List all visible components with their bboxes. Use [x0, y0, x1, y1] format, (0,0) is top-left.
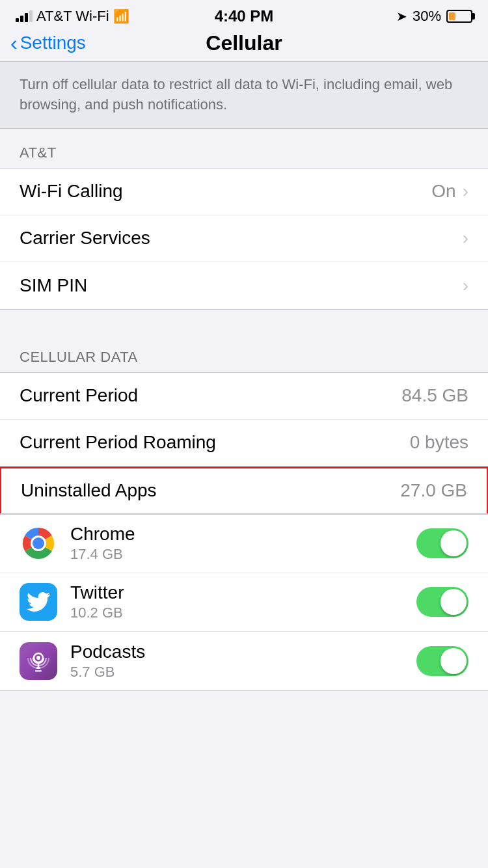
battery-percent: 30%: [413, 8, 441, 25]
wifi-calling-chevron-icon: ›: [463, 181, 468, 202]
twitter-toggle-knob: [441, 589, 467, 615]
wifi-icon: 📶: [113, 8, 129, 24]
status-time: 4:40 PM: [215, 7, 274, 25]
twitter-app-size: 10.2 GB: [70, 604, 403, 621]
chrome-app-name: Chrome: [70, 524, 403, 545]
twitter-app-info: Twitter 10.2 GB: [70, 582, 403, 621]
twitter-app-name: Twitter: [70, 582, 403, 603]
sim-pin-label: SIM PIN: [20, 275, 87, 296]
back-button[interactable]: ‹ Settings: [10, 33, 86, 53]
signal-bars: [16, 10, 33, 22]
carrier-services-label: Carrier Services: [20, 228, 150, 249]
current-period-roaming-label: Current Period Roaming: [20, 432, 216, 453]
cellular-data-group: Current Period 84.5 GB Current Period Ro…: [0, 372, 488, 514]
signal-bar-3: [25, 13, 28, 22]
signal-bar-4: [29, 10, 33, 22]
twitter-app-row[interactable]: Twitter 10.2 GB: [0, 573, 488, 632]
carrier-services-value-group: ›: [463, 228, 468, 249]
chrome-icon: [20, 524, 57, 562]
svg-point-4: [33, 537, 44, 549]
nav-bar: ‹ Settings Cellular: [0, 29, 488, 62]
wifi-calling-row[interactable]: Wi-Fi Calling On ›: [0, 169, 488, 215]
current-period-roaming-value: 0 bytes: [410, 432, 468, 453]
att-section-header: AT&T: [0, 129, 488, 168]
uninstalled-apps-value: 27.0 GB: [400, 480, 467, 501]
page-title: Cellular: [206, 31, 282, 55]
sim-pin-value-group: ›: [463, 275, 468, 296]
apps-group: Chrome 17.4 GB Twitter 10.2 GB: [0, 514, 488, 691]
signal-bar-1: [16, 18, 19, 22]
podcasts-toggle-knob: [441, 648, 467, 674]
svg-rect-9: [35, 670, 42, 672]
uninstalled-apps-row: Uninstalled Apps 27.0 GB: [0, 467, 488, 513]
current-period-label: Current Period: [20, 385, 138, 406]
back-chevron-icon: ‹: [10, 33, 18, 53]
battery-fill: [449, 12, 455, 20]
podcasts-app-size: 5.7 GB: [70, 664, 403, 681]
podcasts-app-info: Podcasts 5.7 GB: [70, 642, 403, 681]
status-left: AT&T Wi-Fi 📶: [16, 8, 129, 25]
wifi-calling-value: On: [431, 181, 455, 202]
location-icon: ➤: [396, 8, 407, 24]
att-settings-group: Wi-Fi Calling On › Carrier Services › SI…: [0, 168, 488, 310]
carrier-services-row[interactable]: Carrier Services ›: [0, 215, 488, 262]
info-banner: Turn off cellular data to restrict all d…: [0, 62, 488, 129]
current-period-roaming-value-group: 0 bytes: [410, 432, 468, 453]
current-period-roaming-row: Current Period Roaming 0 bytes: [0, 420, 488, 467]
cellular-data-section-header: CELLULAR DATA: [0, 333, 488, 372]
podcasts-app-name: Podcasts: [70, 642, 403, 662]
uninstalled-apps-label: Uninstalled Apps: [21, 480, 157, 501]
current-period-value-group: 84.5 GB: [401, 385, 468, 406]
twitter-toggle[interactable]: [416, 587, 468, 617]
status-right: ➤ 30%: [396, 8, 472, 25]
chrome-toggle[interactable]: [416, 528, 468, 558]
separator-1: [0, 310, 488, 333]
chrome-app-info: Chrome 17.4 GB: [70, 524, 403, 563]
battery-icon: [446, 10, 472, 23]
sim-pin-row[interactable]: SIM PIN ›: [0, 262, 488, 309]
signal-bar-2: [20, 16, 23, 22]
uninstalled-apps-value-group: 27.0 GB: [400, 480, 467, 501]
sim-pin-chevron-icon: ›: [463, 275, 468, 296]
chrome-toggle-knob: [441, 530, 467, 556]
podcasts-toggle[interactable]: [416, 646, 468, 676]
carrier-text: AT&T Wi-Fi: [36, 8, 109, 25]
current-period-row: Current Period 84.5 GB: [0, 373, 488, 420]
status-bar: AT&T Wi-Fi 📶 4:40 PM ➤ 30%: [0, 0, 488, 29]
podcasts-icon: [20, 642, 57, 680]
podcasts-app-row[interactable]: Podcasts 5.7 GB: [0, 632, 488, 690]
chrome-app-row[interactable]: Chrome 17.4 GB: [0, 515, 488, 573]
carrier-services-chevron-icon: ›: [463, 228, 468, 249]
chrome-app-size: 17.4 GB: [70, 546, 403, 563]
current-period-value: 84.5 GB: [401, 385, 468, 406]
twitter-icon: [20, 583, 57, 621]
wifi-calling-label: Wi-Fi Calling: [20, 181, 123, 202]
back-label: Settings: [20, 33, 86, 53]
svg-rect-8: [36, 667, 40, 669]
wifi-calling-value-group: On ›: [431, 181, 468, 202]
svg-point-7: [36, 656, 40, 660]
info-banner-text: Turn off cellular data to restrict all d…: [20, 76, 452, 113]
